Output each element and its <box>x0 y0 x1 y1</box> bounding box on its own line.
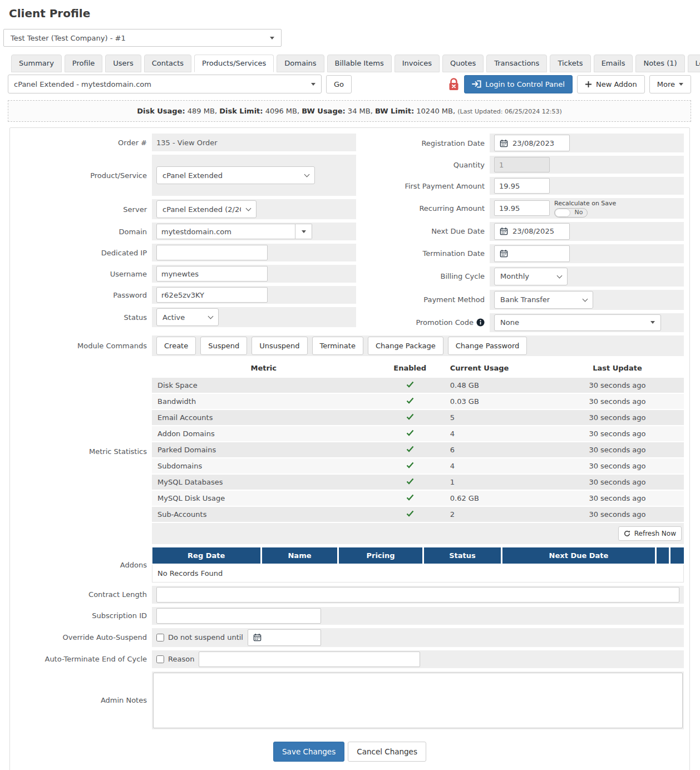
recurring-amount-input[interactable] <box>494 200 550 216</box>
domain-input[interactable] <box>156 224 295 239</box>
refresh-now-button[interactable]: Refresh Now <box>618 526 682 541</box>
tab-profile[interactable]: Profile <box>65 55 102 72</box>
admin-notes-textarea[interactable] <box>153 673 683 728</box>
more-button[interactable]: More <box>649 75 691 93</box>
tab-transactions[interactable]: Transactions <box>486 55 547 72</box>
tab-notes[interactable]: Notes (1) <box>635 55 684 72</box>
registration-date-field: 23/08/2023 <box>490 134 684 152</box>
check-icon <box>406 478 414 485</box>
chevron-down-icon <box>208 314 214 319</box>
calendar-icon <box>253 633 262 641</box>
dedicated-ip-field <box>152 244 356 261</box>
tab-invoices[interactable]: Invoices <box>395 55 440 72</box>
cancel-changes-label: Cancel Changes <box>357 747 417 756</box>
billing-cycle-select[interactable]: Monthly <box>494 268 568 285</box>
subscription-id-input[interactable] <box>156 608 321 624</box>
metric-statistics-table: Metric Enabled Current Usage Last Update… <box>152 359 684 523</box>
caret-down-icon <box>311 83 316 86</box>
next-due-date-input[interactable]: 23/08/2025 <box>494 223 570 240</box>
module-command-suspend-button[interactable]: Suspend <box>200 337 247 355</box>
login-control-panel-button[interactable]: Login to Control Panel <box>464 75 573 93</box>
server-select[interactable]: cPanel Extended (2/20 <box>156 200 257 218</box>
admin-notes-label: Admin Notes <box>16 672 152 729</box>
tab-contacts[interactable]: Contacts <box>144 55 191 72</box>
tab-tickets[interactable]: Tickets <box>550 55 590 72</box>
payment-method-field: Bank Transfer <box>490 290 684 310</box>
table-row: Addon Domains430 seconds ago <box>152 426 684 442</box>
login-button-label: Login to Control Panel <box>485 80 565 88</box>
auto-terminate-label: Auto-Terminate End of Cycle <box>16 650 152 668</box>
new-addon-button[interactable]: New Addon <box>577 75 645 93</box>
tab-products-services[interactable]: Products/Services <box>194 55 274 72</box>
domain-label: Domain <box>16 223 152 240</box>
addons-label: Addons <box>16 547 152 583</box>
first-payment-input[interactable] <box>494 178 550 194</box>
check-icon <box>406 397 414 404</box>
registration-date-input[interactable]: 23/08/2023 <box>494 135 570 151</box>
first-payment-field <box>490 177 684 195</box>
cancel-changes-button[interactable]: Cancel Changes <box>348 742 426 762</box>
promotion-code-field: None <box>490 313 684 332</box>
tab-emails[interactable]: Emails <box>594 55 633 72</box>
module-command-change-package-button[interactable]: Change Package <box>368 337 443 355</box>
service-selector[interactable]: cPanel Extended - mytestdomain.com <box>8 75 322 93</box>
module-command-change-password-button[interactable]: Change Password <box>448 337 528 355</box>
addons-header-blank-1 <box>656 547 670 564</box>
order-number-value[interactable]: 135 - View Order <box>156 139 218 147</box>
calendar-icon <box>500 249 508 258</box>
tab-users[interactable]: Users <box>105 55 141 72</box>
domain-dropdown-button[interactable] <box>295 224 312 239</box>
info-icon[interactable] <box>476 318 485 327</box>
chevron-down-icon <box>270 37 274 40</box>
save-changes-button[interactable]: Save Changes <box>273 742 344 762</box>
bw-limit-label: BW Limit: <box>375 107 414 115</box>
termination-date-input[interactable] <box>494 245 570 262</box>
status-select[interactable]: Active <box>156 308 219 326</box>
module-command-create-button[interactable]: Create <box>156 337 196 355</box>
client-selector[interactable]: Test Tester (Test Company) - #1 <box>3 29 282 47</box>
addons-header-next-due: Next Due Date <box>502 547 656 564</box>
username-field <box>152 265 356 283</box>
auto-terminate-field: Reason <box>152 650 684 668</box>
table-row: MySQL Disk Usage0.62 GB30 seconds ago <box>152 490 684 506</box>
toggle-state: No <box>570 208 587 217</box>
override-auto-suspend-field: Do not suspend until <box>152 628 684 647</box>
suspend-until-date-input[interactable] <box>248 629 321 646</box>
tab-quotes[interactable]: Quotes <box>442 55 484 72</box>
status-field: Active <box>152 307 356 327</box>
addons-header-reg-date: Reg Date <box>152 547 262 564</box>
promotion-code-label: Promotion Code <box>357 313 490 332</box>
tab-bar: Summary Profile Users Contacts Products/… <box>0 55 700 72</box>
module-command-terminate-button[interactable]: Terminate <box>312 337 363 355</box>
calendar-icon <box>500 227 508 235</box>
client-selector-value: Test Tester (Test Company) - #1 <box>11 34 126 42</box>
lock-error-icon[interactable] <box>448 77 460 91</box>
refresh-icon <box>624 530 630 537</box>
auto-terminate-checkbox[interactable] <box>156 655 164 663</box>
promotion-code-select[interactable]: None <box>494 314 661 331</box>
chevron-down-icon <box>246 206 252 211</box>
chevron-down-icon <box>304 172 310 177</box>
recalculate-toggle[interactable]: No <box>554 208 588 218</box>
tab-log[interactable]: Log <box>688 55 700 72</box>
check-icon <box>406 462 414 468</box>
module-command-unsuspend-button[interactable]: Unsuspend <box>252 337 307 355</box>
tab-domains[interactable]: Domains <box>277 55 324 72</box>
product-service-select[interactable]: cPanel Extended <box>156 166 315 184</box>
payment-method-select[interactable]: Bank Transfer <box>494 291 593 309</box>
tab-summary[interactable]: Summary <box>11 55 62 72</box>
password-input[interactable] <box>156 287 268 303</box>
chevron-down-icon <box>583 296 588 302</box>
recalculate-label: Recalculate on Save <box>554 199 616 208</box>
metrics-header-usage: Current Usage <box>445 359 551 377</box>
disk-usage-value: 489 MB, <box>188 107 217 115</box>
dedicated-ip-input[interactable] <box>156 245 268 260</box>
go-button[interactable]: Go <box>326 75 352 93</box>
auto-terminate-reason-input[interactable] <box>199 651 420 667</box>
do-not-suspend-checkbox[interactable] <box>156 634 164 641</box>
contract-length-input[interactable] <box>156 587 679 603</box>
username-input[interactable] <box>156 266 268 282</box>
tab-billable-items[interactable]: Billable Items <box>327 55 392 72</box>
go-button-label: Go <box>334 80 344 88</box>
table-row: Parked Domains630 seconds ago <box>152 442 684 458</box>
